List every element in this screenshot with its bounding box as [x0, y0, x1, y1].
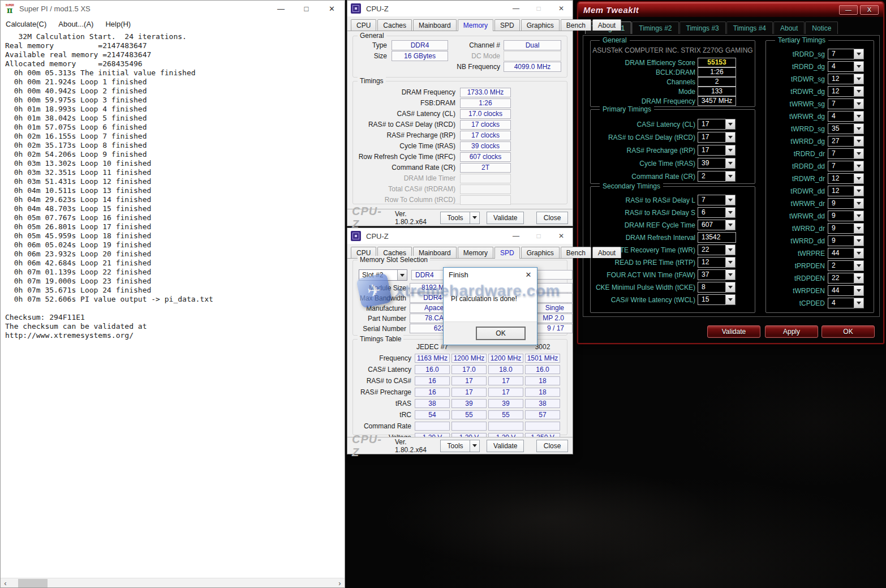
ok-button[interactable]: OK: [476, 327, 526, 340]
ok-button[interactable]: OK: [822, 325, 875, 338]
cpuz-tab[interactable]: About: [592, 19, 621, 31]
timing-dropdown[interactable]: 7: [828, 161, 864, 171]
timing-dropdown[interactable]: 2: [698, 171, 736, 182]
cpuz-tab[interactable]: CPU: [351, 19, 376, 31]
close-button[interactable]: Close: [536, 440, 568, 452]
dropdown-arrow-icon[interactable]: [726, 294, 736, 305]
dropdown-arrow-icon[interactable]: [854, 111, 864, 122]
dropdown-arrow-icon[interactable]: [726, 244, 736, 255]
timing-dropdown[interactable]: 7: [828, 148, 864, 159]
timing-dropdown[interactable]: 4: [828, 111, 864, 122]
superpi-menu-item[interactable]: Help(H): [105, 20, 131, 28]
superpi-menu-item[interactable]: Calculate(C): [6, 20, 46, 28]
dropdown-arrow-icon[interactable]: [854, 173, 864, 184]
scrollbar-thumb[interactable]: [18, 579, 48, 587]
memtweakit-tab[interactable]: Timings #4: [726, 22, 773, 34]
cpuz-tab[interactable]: Memory: [458, 19, 493, 31]
scroll-right-arrow-icon[interactable]: ›: [335, 578, 345, 588]
tools-dropdown-arrow-icon[interactable]: [470, 440, 480, 452]
timing-dropdown[interactable]: 13542: [698, 232, 736, 243]
timing-dropdown[interactable]: 4: [828, 61, 864, 72]
close-icon[interactable]: ✕: [550, 228, 573, 244]
close-button[interactable]: Close: [536, 212, 568, 224]
tools-button[interactable]: Tools: [440, 440, 471, 452]
dropdown-arrow-icon[interactable]: [854, 98, 864, 109]
timing-dropdown[interactable]: 9: [828, 235, 864, 246]
dropdown-arrow-icon[interactable]: [726, 195, 736, 205]
timing-dropdown[interactable]: 15: [698, 294, 736, 305]
dropdown-arrow-icon[interactable]: [854, 198, 864, 209]
close-icon[interactable]: X: [860, 5, 879, 15]
minimize-icon[interactable]: —: [839, 5, 858, 15]
dropdown-arrow-icon[interactable]: [854, 260, 864, 271]
dropdown-arrow-icon[interactable]: [854, 61, 864, 72]
timing-dropdown[interactable]: 607: [698, 220, 736, 230]
cpuz-tab[interactable]: Graphics: [521, 247, 560, 258]
dropdown-arrow-icon[interactable]: [726, 257, 736, 268]
timing-dropdown[interactable]: 12: [828, 186, 864, 196]
timing-dropdown[interactable]: 17: [698, 119, 736, 130]
validate-button[interactable]: Validate: [707, 325, 760, 338]
tools-button[interactable]: Tools: [440, 212, 471, 224]
timing-dropdown[interactable]: 22: [698, 244, 736, 255]
timing-dropdown[interactable]: 27: [828, 136, 864, 147]
maximize-icon[interactable]: □: [294, 1, 319, 17]
timing-dropdown[interactable]: 9: [828, 198, 864, 209]
timing-dropdown[interactable]: 17: [698, 145, 736, 156]
timing-dropdown[interactable]: 17: [698, 132, 736, 143]
dropdown-arrow-icon[interactable]: [854, 248, 864, 259]
scroll-left-arrow-icon[interactable]: ‹: [1, 578, 10, 588]
timing-dropdown[interactable]: 22: [828, 273, 864, 284]
dropdown-arrow-icon[interactable]: [397, 270, 407, 280]
dropdown-arrow-icon[interactable]: [854, 148, 864, 159]
timing-dropdown[interactable]: 37: [698, 269, 736, 280]
memtweakit-tab[interactable]: Timings #2: [632, 22, 678, 34]
minimize-icon[interactable]: —: [505, 1, 527, 16]
dropdown-arrow-icon[interactable]: [854, 298, 864, 308]
dropdown-arrow-icon[interactable]: [854, 273, 864, 284]
apply-button[interactable]: Apply: [765, 325, 818, 338]
dropdown-arrow-icon[interactable]: [726, 282, 736, 293]
slot-select-dropdown[interactable]: Slot #2: [359, 269, 407, 281]
cpuz-tab[interactable]: Graphics: [521, 19, 560, 31]
superpi-horizontal-scrollbar[interactable]: ‹ ›: [1, 578, 345, 587]
dropdown-arrow-icon[interactable]: [854, 86, 864, 97]
superpi-menu-item[interactable]: About...(A): [58, 20, 93, 28]
dropdown-arrow-icon[interactable]: [854, 161, 864, 171]
tools-dropdown-arrow-icon[interactable]: [470, 212, 480, 224]
cpuz-tab[interactable]: About: [592, 247, 621, 258]
cpuz-tab[interactable]: SPD: [494, 19, 520, 31]
close-icon[interactable]: ✕: [550, 1, 573, 16]
dropdown-arrow-icon[interactable]: [854, 74, 864, 84]
timing-dropdown[interactable]: 7: [828, 98, 864, 109]
minimize-icon[interactable]: —: [268, 1, 294, 17]
cpuz-tab[interactable]: SPD: [494, 247, 520, 259]
dropdown-arrow-icon[interactable]: [726, 132, 736, 143]
close-icon[interactable]: ✕: [319, 1, 345, 17]
dropdown-arrow-icon[interactable]: [726, 207, 736, 218]
timing-dropdown[interactable]: 8: [698, 282, 736, 293]
cpuz-tab[interactable]: Bench: [561, 19, 591, 31]
dropdown-arrow-icon[interactable]: [854, 123, 864, 134]
minimize-icon[interactable]: —: [505, 228, 527, 244]
dropdown-arrow-icon[interactable]: [854, 49, 864, 59]
timing-dropdown[interactable]: 7: [828, 49, 864, 59]
dropdown-arrow-icon[interactable]: [726, 171, 736, 182]
validate-button[interactable]: Validate: [487, 212, 524, 224]
timing-dropdown[interactable]: 7: [698, 195, 736, 205]
timing-dropdown[interactable]: 44: [828, 285, 864, 296]
validate-button[interactable]: Validate: [487, 440, 524, 452]
dropdown-arrow-icon[interactable]: [726, 158, 736, 169]
timing-dropdown[interactable]: 44: [828, 248, 864, 259]
timing-dropdown[interactable]: 6: [698, 207, 736, 218]
timing-dropdown[interactable]: 35: [828, 123, 864, 134]
dropdown-arrow-icon[interactable]: [726, 220, 736, 230]
timing-dropdown[interactable]: 39: [698, 158, 736, 169]
dropdown-arrow-icon[interactable]: [854, 235, 864, 246]
timing-dropdown[interactable]: 9: [828, 223, 864, 234]
memtweakit-tab[interactable]: Notice: [805, 22, 838, 34]
cpuz-tab[interactable]: Memory: [458, 247, 493, 258]
dropdown-arrow-icon[interactable]: [854, 136, 864, 147]
dropdown-arrow-icon[interactable]: [726, 119, 736, 130]
timing-dropdown[interactable]: 12: [828, 74, 864, 84]
